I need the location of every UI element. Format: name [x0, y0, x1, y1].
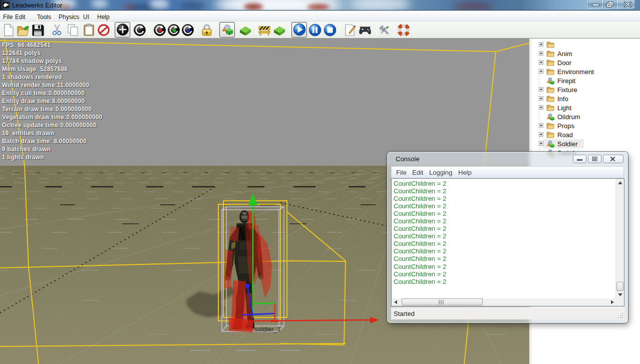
- svg-text:soldier_1: soldier_1: [254, 325, 281, 333]
